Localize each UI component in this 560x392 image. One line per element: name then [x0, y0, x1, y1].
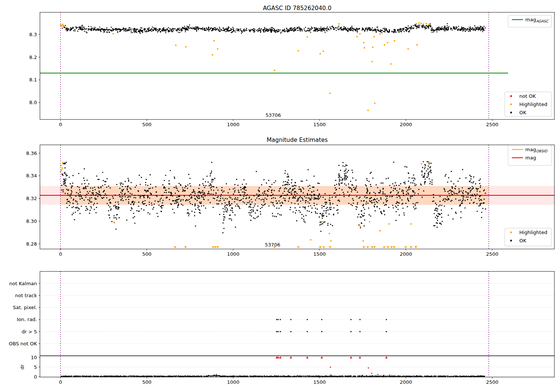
top-plot: AGASC ID 785262040.053706 [40, 5, 508, 118]
svg-text:8.1: 8.1 [29, 77, 37, 83]
svg-text:5: 5 [34, 364, 37, 370]
svg-text:1500: 1500 [313, 379, 326, 385]
svg-text:2000: 2000 [400, 379, 412, 385]
magnitude-plot-title: Magnitude Estimates [267, 137, 328, 143]
legend-label: OK [519, 110, 526, 115]
figure: AGASC ID 785262040.053706050010001500200… [0, 0, 560, 392]
svg-text:500: 500 [142, 379, 152, 385]
svg-text:500: 500 [142, 122, 152, 127]
svg-text:8.28: 8.28 [26, 241, 37, 247]
clipped-triangles [174, 246, 417, 249]
highlighted-points [60, 22, 429, 111]
svg-text:2000: 2000 [400, 251, 412, 257]
dr-not-ok-points [276, 356, 388, 368]
svg-text:8.3: 8.3 [29, 32, 37, 37]
legend-label: mag [525, 155, 536, 161]
flag-category-label: not track [15, 293, 37, 298]
svg-text:8.2: 8.2 [29, 55, 37, 60]
ok-points [62, 23, 486, 34]
flags-plot-spines [40, 271, 554, 377]
flag-category-label: Ion. rad. [17, 317, 37, 322]
magnitude-plot: Magnitude Estimates53706 [40, 137, 554, 249]
obsid-annotation: 53706 [265, 112, 281, 118]
gridlines [40, 283, 554, 377]
top-plot-legend-ref: magAGASC [508, 15, 551, 27]
legend-label: Highlighted [519, 102, 547, 107]
svg-text:2000: 2000 [400, 122, 412, 127]
svg-text:0: 0 [59, 122, 62, 127]
svg-text:10: 10 [31, 355, 37, 360]
svg-text:2500: 2500 [486, 122, 498, 127]
svg-text:2500: 2500 [486, 251, 498, 257]
svg-text:0: 0 [59, 251, 62, 257]
top-plot-xticks: 05001000150020002500 [59, 119, 498, 127]
obsid-boundary-vlines [60, 12, 489, 119]
magnitude-plot-xticks: 05001000150020002500 [59, 249, 498, 257]
svg-text:1500: 1500 [313, 122, 326, 127]
top-plot-legend-points: not OKHighlightedOK [505, 92, 551, 116]
legend-label: Highlighted [519, 230, 547, 235]
obsid-boundary-vlines [60, 271, 489, 377]
svg-text:0: 0 [34, 374, 37, 380]
legend-label: not OK [519, 93, 536, 99]
flag-category-label: OBS not OK [9, 341, 37, 346]
magnitude-plot-legend-points: HighlightedOK [505, 228, 551, 246]
magnitude-plot-yticks: 8.288.308.328.348.36 [26, 150, 40, 247]
svg-text:1500: 1500 [313, 251, 326, 257]
legend-label: OK [519, 238, 526, 243]
flag-category-label: dr > 5 [22, 329, 37, 335]
dr-axis-label: dr [19, 364, 25, 370]
svg-text:8.36: 8.36 [26, 150, 37, 156]
svg-text:0: 0 [59, 379, 62, 385]
svg-text:8.32: 8.32 [26, 196, 37, 201]
flags-dr-plot: not Kalmannot trackSat. pixel.Ion. rad.d… [9, 281, 555, 380]
top-plot-title: AGASC ID 785262040.0 [263, 5, 332, 12]
flags-plot-xticks: 05001000150020002500 [59, 377, 498, 385]
svg-text:1000: 1000 [227, 379, 239, 385]
flag-category-label: Sat. pixel. [13, 305, 37, 310]
obsid-annotation: 53706 [265, 242, 280, 248]
svg-text:2500: 2500 [486, 379, 498, 385]
svg-text:500: 500 [142, 251, 152, 257]
top-plot-yticks: 8.08.18.28.3 [29, 32, 40, 106]
agasc-magnitude-report-charts: AGASC ID 785262040.053706050010001500200… [0, 0, 560, 392]
svg-text:1000: 1000 [227, 251, 239, 257]
flag-category-label: not Kalman [9, 281, 37, 286]
magnitude-plot-legend-lines: magOBSIDmag [508, 145, 552, 165]
flag-points [276, 319, 387, 332]
svg-text:8.34: 8.34 [26, 173, 37, 178]
svg-text:1000: 1000 [227, 122, 239, 127]
svg-text:8.0: 8.0 [29, 100, 37, 105]
dr-points [60, 373, 485, 377]
svg-text:8.30: 8.30 [26, 218, 37, 224]
